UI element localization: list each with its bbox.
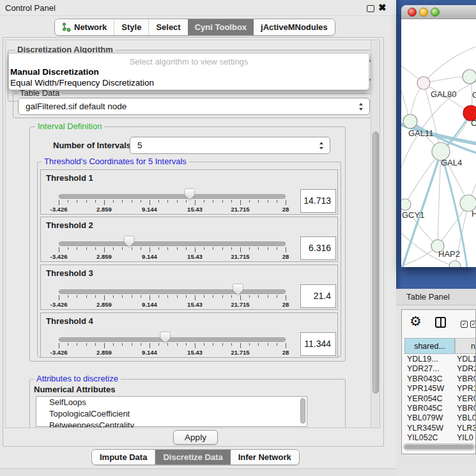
table-hscrollbar-thumb[interactable] bbox=[404, 445, 473, 449]
cell: YDL19... bbox=[407, 355, 438, 364]
node-label-gal11: GAL11 bbox=[408, 128, 434, 138]
checkbox-icon-1[interactable]: ✓ bbox=[461, 321, 468, 328]
tab-select-label: Select bbox=[156, 22, 180, 32]
threshold-4-value-field[interactable]: 11.344 bbox=[300, 332, 336, 356]
table-row[interactable]: YDR27...YDR2 bbox=[404, 364, 476, 374]
threshold-1-label: Threshold 1 bbox=[46, 173, 93, 183]
table-data-combobox[interactable]: galFiltered.sif default node bbox=[18, 98, 370, 115]
cell: YBR043C bbox=[407, 374, 443, 384]
threshold-1-slider[interactable] bbox=[59, 194, 286, 199]
numerical-attributes-list[interactable]: SelfLoops TopologicalCoefficient Between… bbox=[36, 396, 307, 427]
tab-network-label: Network bbox=[74, 22, 107, 32]
column-layout-icon[interactable] bbox=[435, 317, 446, 328]
cell: YIL052C bbox=[407, 433, 438, 443]
float-window-icon[interactable] bbox=[367, 5, 374, 12]
panel-title: Control Panel bbox=[5, 3, 56, 13]
threshold-3-value-field[interactable]: 21.4 bbox=[300, 284, 336, 308]
cell: YBR0 bbox=[457, 404, 476, 413]
network-tree-icon bbox=[62, 22, 71, 32]
control-panel: Control Panel ✖ Network Style Select bbox=[0, 0, 396, 476]
threshold-4-label: Threshold 4 bbox=[46, 316, 93, 326]
table-row[interactable]: YBR045CYBR0 bbox=[404, 404, 476, 413]
threshold-2-slider-thumb[interactable] bbox=[125, 236, 134, 247]
table-panel-body: ⚙ ✓ ✓ shared... na YDL19...YDL1 YDR27...… bbox=[401, 309, 476, 454]
threshold-4-row: Threshold 4 -3.4262.8599.14415.4321.7152… bbox=[40, 312, 338, 358]
list-item-betweennesscentrality[interactable]: BetweennessCentrality bbox=[36, 420, 307, 428]
table-row[interactable]: YPR145WYPR1 bbox=[404, 384, 476, 394]
tab-infer-network[interactable]: Infer Network bbox=[231, 450, 299, 464]
minimize-traffic-light[interactable] bbox=[419, 8, 428, 17]
table-row[interactable]: YIL052CYIL0 bbox=[404, 433, 476, 443]
threshold-1-value-field[interactable]: 14.713 bbox=[300, 189, 336, 213]
tab-select[interactable]: Select bbox=[149, 19, 187, 35]
close-traffic-light[interactable] bbox=[408, 8, 417, 17]
network-graph: GAL80 GA C GAL11 GAL4 GCY1 H HAP2 bbox=[401, 19, 476, 267]
cell: YIL0 bbox=[457, 433, 473, 443]
popup-option-equal-width-frequency[interactable]: Equal Width/Frequency Discretization bbox=[10, 78, 154, 88]
cell: YER0 bbox=[457, 394, 476, 404]
tab-network[interactable]: Network bbox=[55, 19, 114, 35]
settings-scrollbar-thumb[interactable] bbox=[372, 132, 379, 394]
table-data-value: galFiltered.sif default node bbox=[26, 98, 127, 115]
numerical-attributes-label: Numerical Attributes bbox=[34, 385, 115, 394]
table-row[interactable]: YLR345WYLR3 bbox=[404, 424, 476, 433]
table-data-group-title: Table Data bbox=[17, 89, 62, 98]
node-label-clipped-top: GA bbox=[472, 90, 476, 100]
list-item-selfloops[interactable]: SelfLoops bbox=[36, 397, 307, 408]
tab-impute-data[interactable]: Impute Data bbox=[92, 450, 155, 464]
checkbox-icon-2[interactable]: ✓ bbox=[470, 321, 476, 328]
table-row[interactable]: YDL19...YDL1 bbox=[404, 355, 476, 364]
node-clipped-top[interactable] bbox=[463, 70, 476, 84]
table-horizontal-scrollbar[interactable] bbox=[403, 443, 475, 450]
node-gal11[interactable] bbox=[403, 114, 417, 128]
thresholds-group-title: Threshold's Coordinates for 5 Intervals bbox=[42, 157, 189, 166]
tab-cyni-toolbox[interactable]: Cyni Toolbox bbox=[188, 19, 254, 35]
table-row[interactable]: YBL079WYBL0 bbox=[404, 413, 476, 423]
list-item-topologicalcoefficient[interactable]: TopologicalCoefficient bbox=[36, 408, 307, 420]
node-bottom-clipped[interactable] bbox=[449, 261, 461, 267]
threshold-4-slider[interactable] bbox=[59, 337, 286, 342]
table-row[interactable]: YER054CYER0 bbox=[404, 394, 476, 404]
node-label-gal4: GAL4 bbox=[441, 158, 462, 167]
tab-style-label: Style bbox=[121, 22, 141, 32]
table-panel: Table Panel ⚙ ✓ ✓ shared... na YDL19...Y… bbox=[396, 289, 476, 476]
tab-style[interactable]: Style bbox=[114, 19, 149, 35]
table-row[interactable]: YBR043CYBR0 bbox=[404, 374, 476, 384]
column-header-shared-name[interactable]: shared... bbox=[404, 338, 455, 354]
column-header-name[interactable]: na bbox=[455, 338, 476, 354]
number-of-intervals-combobox[interactable]: 5 bbox=[130, 137, 330, 154]
settings-vertical-scrollbar[interactable] bbox=[371, 40, 380, 427]
close-icon[interactable]: ✖ bbox=[378, 2, 387, 13]
combo-spinner-icon bbox=[359, 103, 364, 111]
tab-discretize-data[interactable]: Discretize Data bbox=[155, 450, 230, 464]
cell: YLR3 bbox=[457, 424, 476, 433]
gear-icon[interactable]: ⚙ bbox=[410, 314, 422, 329]
apply-button[interactable]: Apply bbox=[173, 430, 218, 445]
cell: YBR0 bbox=[457, 374, 476, 384]
control-panel-titlebar: Control Panel ✖ bbox=[0, 0, 396, 16]
number-of-intervals-label: Number of Intervals bbox=[53, 141, 131, 150]
cell: YDR27... bbox=[407, 364, 440, 374]
network-window: GAL80 GA C GAL11 GAL4 GCY1 H HAP2 bbox=[401, 5, 476, 267]
network-window-titlebar[interactable] bbox=[401, 5, 476, 19]
popup-option-manual-discretization[interactable]: Manual Discretization bbox=[10, 67, 99, 77]
list-scrollbar[interactable] bbox=[300, 398, 305, 424]
threshold-2-tick-labels: -3.4262.8599.14415.4321.71528 bbox=[59, 253, 286, 260]
threshold-3-slider-thumb[interactable] bbox=[233, 284, 243, 295]
interval-definition-title: Interval Definition bbox=[35, 122, 104, 131]
threshold-4-slider-thumb[interactable] bbox=[160, 332, 170, 343]
threshold-2-row: Threshold 2 -3.4262.8599.14415.4321.7152… bbox=[40, 217, 338, 262]
node-label-gcy1: GCY1 bbox=[402, 210, 424, 220]
threshold-2-label: Threshold 2 bbox=[46, 220, 93, 230]
network-canvas[interactable]: GAL80 GA C GAL11 GAL4 GCY1 H HAP2 bbox=[401, 19, 476, 267]
tab-jactivemnodules[interactable]: jActiveMNodules bbox=[254, 19, 335, 35]
zoom-traffic-light[interactable] bbox=[431, 8, 440, 17]
cell: YLR345W bbox=[407, 424, 443, 433]
threshold-1-slider-thumb[interactable] bbox=[185, 189, 194, 200]
node-gal80[interactable] bbox=[417, 77, 430, 89]
node-gcy1[interactable] bbox=[401, 199, 411, 210]
threshold-3-slider[interactable] bbox=[59, 289, 286, 294]
threshold-2-value-field[interactable]: 6.316 bbox=[300, 236, 336, 260]
algorithm-dropdown-popup: Select algorithm to view settings Manual… bbox=[8, 53, 369, 90]
threshold-2-slider[interactable] bbox=[59, 242, 286, 246]
